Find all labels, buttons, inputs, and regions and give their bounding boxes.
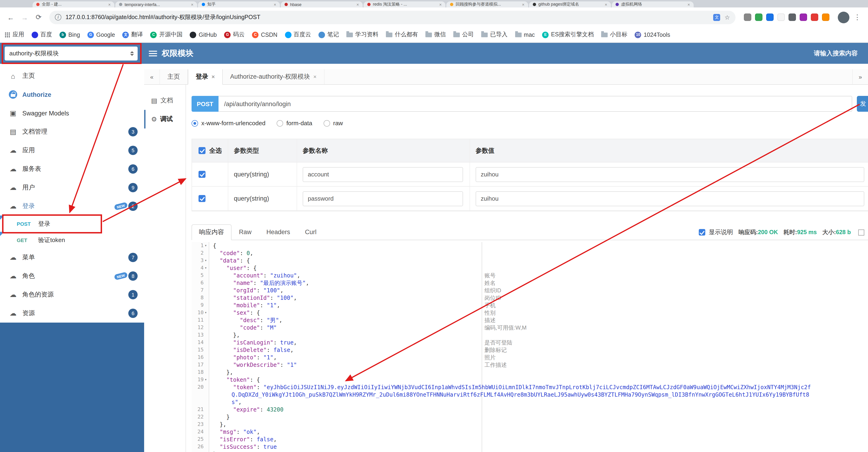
tabs-scroll-left-icon[interactable]: « xyxy=(144,69,160,84)
extension-icon[interactable] xyxy=(755,13,763,21)
subnav-item-debug[interactable]: ⚙调试 xyxy=(144,110,186,129)
row-checkbox[interactable] xyxy=(198,195,206,202)
doc-tab[interactable]: 登录× xyxy=(188,69,223,85)
bookmark-item[interactable]: GGoogle xyxy=(87,31,115,38)
fullscreen-icon[interactable] xyxy=(858,229,864,235)
fold-icon[interactable]: ▾ xyxy=(204,376,208,384)
close-icon[interactable]: × xyxy=(212,74,215,80)
tab-close-icon[interactable]: × xyxy=(356,2,359,7)
extension-icon[interactable] xyxy=(766,13,774,21)
param-name-input[interactable] xyxy=(303,167,463,182)
sidebar-item[interactable]: Authorize xyxy=(0,85,144,104)
bookmark-item[interactable]: mac xyxy=(515,31,535,38)
page-info-icon[interactable]: i xyxy=(55,14,61,21)
sidebar-endpoint[interactable]: GET验证token xyxy=(0,232,144,248)
bookmark-item[interactable]: 笔记 xyxy=(318,31,339,39)
extension-icon[interactable] xyxy=(777,13,785,21)
back-icon[interactable]: ← xyxy=(5,11,17,23)
browser-menu-icon[interactable]: ⋮ xyxy=(851,11,863,23)
bookmark-item[interactable]: 百度云 xyxy=(285,31,311,39)
sidebar-item[interactable]: ☁服务表6 xyxy=(0,160,144,178)
browser-tab[interactable]: 回顾搜狗参与赛道模拟...× xyxy=(446,1,528,7)
sidebar-endpoint[interactable]: POST登录 xyxy=(0,216,144,232)
bookmark-item[interactable]: bBing xyxy=(60,31,80,38)
sidebar-item[interactable]: ☁角色的资源1 xyxy=(0,285,144,304)
bookmark-item[interactable]: CCSDN xyxy=(252,31,278,38)
bookmark-item[interactable]: C开源中国 xyxy=(150,31,183,39)
param-name-input[interactable] xyxy=(303,191,463,206)
bookmark-item[interactable]: 101024Tools xyxy=(635,31,670,38)
browser-tab[interactable]: github pages绑定域名× xyxy=(529,1,611,7)
tab-close-icon[interactable]: × xyxy=(191,2,193,7)
content-type-radio[interactable]: x-www-form-urlencoded xyxy=(191,120,266,126)
show-desc-checkbox[interactable] xyxy=(699,229,705,235)
doc-tab[interactable]: Authorize-authority-权限模块× xyxy=(223,69,324,84)
sidebar-item[interactable]: ⌂主页 xyxy=(0,66,144,85)
response-tab[interactable]: Curl xyxy=(298,224,324,240)
sidebar-item[interactable]: ☁用户9 xyxy=(0,178,144,197)
browser-tab[interactable]: temporary-interfa...× xyxy=(115,1,197,7)
reload-icon[interactable]: ⟳ xyxy=(33,11,44,23)
fold-icon[interactable]: ▾ xyxy=(204,257,208,264)
profile-avatar[interactable] xyxy=(838,11,849,23)
sidebar-item[interactable]: ▤文档管理3 xyxy=(0,122,144,141)
response-tab[interactable]: 响应内容 xyxy=(191,224,231,240)
browser-tab[interactable]: 全部 - 建...× xyxy=(33,1,114,7)
bookmark-item[interactable]: 什么都有 xyxy=(386,31,418,39)
tab-close-icon[interactable]: × xyxy=(687,2,690,7)
bookmark-item[interactable]: 应用 xyxy=(5,31,24,39)
fold-icon[interactable]: ▾ xyxy=(204,264,208,272)
sidebar-item[interactable]: ☁应用5 xyxy=(0,141,144,160)
endpoint-url-input[interactable] xyxy=(218,96,852,112)
sidebar-item[interactable]: ☁角色NEW8 xyxy=(0,267,144,285)
sidebar-item[interactable]: ☁登录NEW2 xyxy=(0,197,144,216)
browser-tab[interactable]: 虚拟机网络× xyxy=(612,1,694,7)
send-button[interactable]: 发 xyxy=(857,96,868,112)
bookmark-item[interactable]: 百度 xyxy=(32,31,52,39)
tabs-scroll-right-icon[interactable]: » xyxy=(852,69,868,84)
bookmark-item[interactable]: EES搜索引擎文档 xyxy=(542,31,594,39)
content-type-radio[interactable]: raw xyxy=(323,120,343,126)
module-select[interactable]: authority-权限模块 xyxy=(5,46,137,60)
extension-icon[interactable] xyxy=(744,13,751,21)
tab-close-icon[interactable]: × xyxy=(604,2,607,7)
bookmark-star-icon[interactable]: ☆ xyxy=(724,14,730,21)
menu-toggle-icon[interactable] xyxy=(149,51,157,56)
bookmark-item[interactable]: 学习资料 xyxy=(346,31,378,39)
sidebar-item[interactable]: ☁资源6 xyxy=(0,304,144,322)
doc-tab[interactable]: 主页 xyxy=(160,69,188,84)
param-value-input[interactable] xyxy=(475,191,864,206)
subnav-item-doc[interactable]: ▤文档 xyxy=(144,91,186,110)
bookmark-item[interactable]: G码云 xyxy=(224,31,245,39)
sidebar-item[interactable]: ☁菜单7 xyxy=(0,248,144,267)
browser-tab[interactable]: redis 淘汰策略 - ...× xyxy=(364,1,445,7)
tab-close-icon[interactable]: × xyxy=(439,2,442,7)
bookmark-item[interactable]: GitHub xyxy=(190,31,217,38)
extension-icon[interactable] xyxy=(811,13,818,21)
browser-tab[interactable]: 知乎× xyxy=(198,1,280,7)
address-bar[interactable]: i 127.0.0.1:8760/api/gate/doc.html#/auth… xyxy=(49,10,736,24)
bookmark-item[interactable]: 微信 xyxy=(425,31,446,39)
row-checkbox[interactable] xyxy=(198,171,206,178)
extension-icon[interactable] xyxy=(800,13,807,21)
bookmark-item[interactable]: 小目标 xyxy=(601,31,627,39)
tab-close-icon[interactable]: × xyxy=(274,2,276,7)
extension-icon[interactable] xyxy=(788,13,796,21)
param-value-input[interactable] xyxy=(475,167,864,182)
response-tab[interactable]: Headers xyxy=(259,224,298,240)
translate-icon[interactable]: 文 xyxy=(713,14,720,21)
tab-close-icon[interactable]: × xyxy=(108,2,111,7)
sidebar-item[interactable]: ▣Swagger Models xyxy=(0,104,144,122)
content-type-radio[interactable]: form-data xyxy=(277,120,312,126)
tab-close-icon[interactable]: × xyxy=(522,2,524,7)
fold-icon[interactable]: ▾ xyxy=(204,309,208,316)
close-icon[interactable]: × xyxy=(313,74,317,80)
extension-icon[interactable] xyxy=(822,13,829,21)
bookmark-item[interactable]: 文翻译 xyxy=(123,31,143,39)
browser-tab[interactable]: hbase× xyxy=(281,1,363,7)
select-all-checkbox[interactable] xyxy=(198,147,206,154)
bookmark-item[interactable]: 公司 xyxy=(453,31,474,39)
bookmark-item[interactable]: 已导入 xyxy=(481,31,507,39)
response-tab[interactable]: Raw xyxy=(231,224,259,240)
forward-icon[interactable]: → xyxy=(19,11,31,23)
